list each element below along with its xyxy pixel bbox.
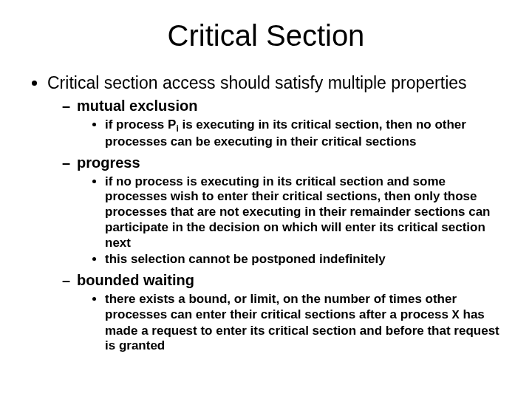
detail-item: if process Pi is executing in its critic… xyxy=(105,117,505,150)
property-label: progress xyxy=(77,154,140,171)
detail-item: this selection cannot be postponed indef… xyxy=(105,252,505,267)
slide: Critical Section Critical section access… xyxy=(0,0,532,399)
property-list: mutual exclusion if process Pi is execut… xyxy=(47,98,505,354)
property-detail-list: if no process is executing in its critic… xyxy=(77,174,505,267)
property-detail-list: if process Pi is executing in its critic… xyxy=(77,117,505,150)
property-bounded-waiting: bounded waiting there exists a bound, or… xyxy=(62,272,505,354)
property-label: mutual exclusion xyxy=(77,98,197,114)
top-bullet-text: Critical section access should satisfy m… xyxy=(47,73,467,92)
top-bullet: Critical section access should satisfy m… xyxy=(47,73,505,354)
property-progress: progress if no process is executing in i… xyxy=(62,154,505,267)
slide-title: Critical Section xyxy=(27,19,505,52)
detail-item: if no process is executing in its critic… xyxy=(105,174,505,251)
property-detail-list: there exists a bound, or limit, on the n… xyxy=(77,292,505,354)
bullet-list: Critical section access should satisfy m… xyxy=(27,73,505,354)
property-mutual-exclusion: mutual exclusion if process Pi is execut… xyxy=(62,98,505,150)
property-label: bounded waiting xyxy=(77,272,194,288)
detail-item: there exists a bound, or limit, on the n… xyxy=(105,292,505,354)
